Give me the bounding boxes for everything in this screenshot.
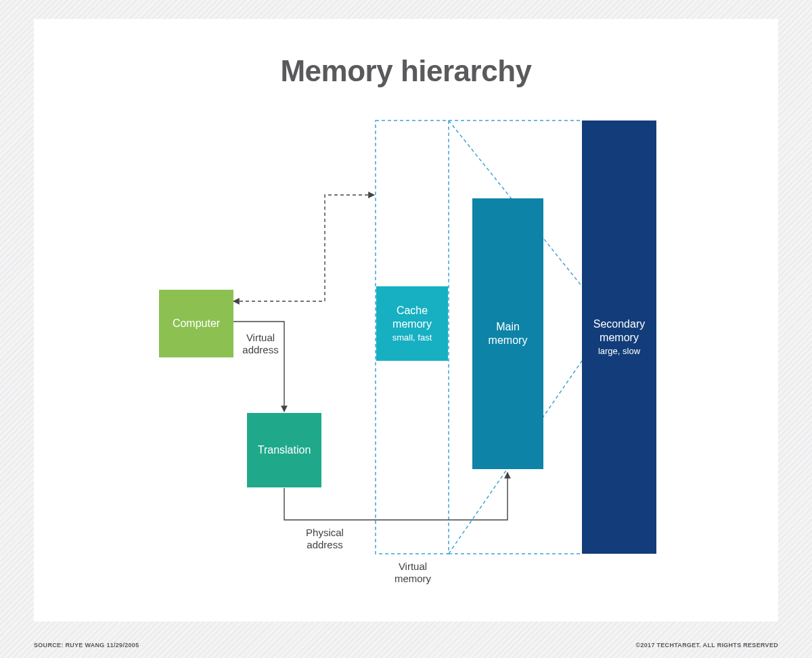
cache-sublabel: small, fast <box>392 332 432 343</box>
cache-label-2: memory <box>392 317 432 331</box>
translation-box: Translation <box>247 413 321 487</box>
virtual-memory-label: Virtual memory <box>386 561 440 585</box>
physical-address-label: Physical address <box>298 527 352 551</box>
virtual-address-l2: address <box>242 344 278 355</box>
footer-copyright: ©2017 TECHTARGET. ALL RIGHTS RESERVED <box>636 642 778 649</box>
diagram-canvas: Memory hierarchy Computer <box>34 19 778 621</box>
secondary-sublabel: large, slow <box>598 346 640 357</box>
computer-label: Computer <box>173 317 220 330</box>
secondary-memory-box: Secondary memory large, slow <box>582 120 656 554</box>
cache-box: Cache memory small, fast <box>376 286 448 361</box>
translation-label: Translation <box>258 443 311 457</box>
virtualmem-label-2: memory <box>394 573 431 584</box>
computer-box: Computer <box>159 290 233 357</box>
virtual-address-l1: Virtual <box>246 332 275 343</box>
virtual-address-label: Virtual address <box>237 332 284 356</box>
main-memory-box: Main memory <box>472 198 543 469</box>
arrow-computer-cache <box>233 195 374 301</box>
secondary-label-1: Secondary <box>593 317 646 331</box>
cache-label-1: Cache <box>397 304 428 317</box>
physical-address-l1: Physical <box>306 527 344 538</box>
page-root: Memory hierarchy Computer <box>0 0 812 658</box>
physical-address-l2: address <box>307 539 342 550</box>
mainmem-label-2: memory <box>489 334 528 347</box>
mainmem-label-1: Main <box>496 320 520 334</box>
secondary-label-2: memory <box>600 331 639 345</box>
footer-source: SOURCE: RUYE WANG 11/29/2005 <box>34 642 139 649</box>
virtualmem-label-1: Virtual <box>399 561 427 572</box>
